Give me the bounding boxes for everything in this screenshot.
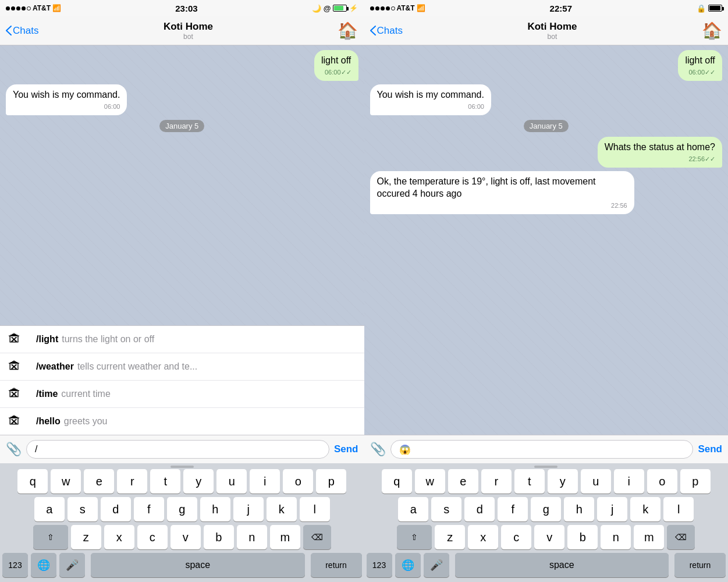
key-o-left[interactable]: o: [283, 469, 313, 494]
key-space-right[interactable]: space: [455, 553, 669, 577]
key-123-left[interactable]: 123: [2, 553, 28, 577]
date-label-r: January 5: [524, 120, 569, 132]
key-mic-left[interactable]: 🎤: [59, 553, 85, 577]
key-r-right[interactable]: r: [481, 469, 512, 494]
key-mic-right[interactable]: 🎤: [424, 553, 449, 577]
command-time[interactable]: 🏚 /time current time: [0, 381, 364, 408]
key-shift-left[interactable]: ⇧: [33, 525, 68, 549]
key-c-right[interactable]: c: [501, 525, 531, 549]
kb-bottom-row-right: 123 🌐 🎤 space return: [364, 553, 729, 582]
key-j-left[interactable]: j: [233, 497, 264, 521]
msg-time-1: 06:00: [325, 68, 341, 76]
key-a-right[interactable]: a: [398, 497, 428, 521]
key-p-left[interactable]: p: [316, 469, 346, 494]
key-d-left[interactable]: d: [101, 497, 131, 521]
key-e-left[interactable]: e: [84, 469, 114, 494]
key-x-left[interactable]: x: [104, 525, 134, 549]
key-k-left[interactable]: k: [267, 497, 297, 521]
key-p-right[interactable]: p: [680, 469, 711, 494]
key-b-left[interactable]: b: [204, 525, 234, 549]
key-l-right[interactable]: l: [663, 497, 694, 521]
key-q-left[interactable]: q: [17, 469, 48, 494]
key-x-right[interactable]: x: [468, 525, 498, 549]
charging-icon: ⚡: [349, 4, 358, 12]
back-button-right[interactable]: Chats: [370, 25, 403, 37]
key-n-right[interactable]: n: [601, 525, 631, 549]
key-n-left[interactable]: n: [237, 525, 267, 549]
key-return-left[interactable]: return: [311, 553, 362, 577]
key-shift-right[interactable]: ⇧: [397, 525, 432, 549]
key-e-right[interactable]: e: [448, 469, 478, 494]
keyboard-right: q w e r t y u i o p a s d f g h j k l ⇧ …: [364, 463, 729, 582]
key-return-right[interactable]: return: [674, 553, 726, 577]
key-s-left[interactable]: s: [68, 497, 98, 521]
key-123-right[interactable]: 123: [367, 553, 392, 577]
msg-sent-r2: Whats the status at home? 22:56 ✓✓: [370, 137, 723, 168]
key-d-right[interactable]: d: [464, 497, 495, 521]
key-u-right[interactable]: u: [581, 469, 611, 494]
input-bar-right: 📎 Send: [364, 435, 729, 463]
key-v-right[interactable]: v: [534, 525, 564, 549]
time-right: 22:57: [550, 3, 572, 13]
key-space-left[interactable]: space: [91, 553, 305, 577]
key-t-right[interactable]: t: [514, 469, 545, 494]
chat-area-left: light off 06:00 ✓✓ You wish is my comman…: [0, 45, 364, 325]
key-i-right[interactable]: i: [614, 469, 644, 494]
bubble-received-1: You wish is my command. 06:00: [6, 84, 127, 115]
key-z-left[interactable]: z: [71, 525, 101, 549]
key-v-left[interactable]: v: [171, 525, 201, 549]
key-f-right[interactable]: f: [498, 497, 528, 521]
command-desc-weather: tells current weather and te...: [77, 361, 197, 372]
key-w-right[interactable]: w: [415, 469, 445, 494]
key-o-right[interactable]: o: [647, 469, 677, 494]
key-c-left[interactable]: c: [137, 525, 168, 549]
key-globe-right[interactable]: 🌐: [395, 553, 421, 577]
key-delete-right[interactable]: ⌫: [667, 525, 695, 549]
key-w-left[interactable]: w: [51, 469, 81, 494]
key-l-left[interactable]: l: [300, 497, 330, 521]
message-input-right[interactable]: [390, 440, 694, 459]
key-h-right[interactable]: h: [564, 497, 594, 521]
send-button-left[interactable]: Send: [334, 443, 358, 455]
chevron-left-icon-right: [370, 26, 376, 36]
back-button-left[interactable]: Chats: [6, 25, 38, 37]
msg-time-r1: 06:00: [104, 102, 120, 111]
chevron-left-icon: [6, 26, 12, 36]
key-r-left[interactable]: r: [117, 469, 147, 494]
chat-area-right: light off 06:00 ✓✓ You wish is my comman…: [364, 45, 729, 435]
key-t-left[interactable]: t: [150, 469, 180, 494]
battery-icon-left: [333, 5, 347, 12]
key-b-right[interactable]: b: [567, 525, 598, 549]
key-g-left[interactable]: g: [167, 497, 197, 521]
key-u-left[interactable]: u: [216, 469, 247, 494]
attach-button-right[interactable]: 📎: [370, 442, 386, 457]
command-hello[interactable]: 🏚 /hello greets you: [0, 408, 364, 435]
key-f-left[interactable]: f: [134, 497, 164, 521]
key-i-left[interactable]: i: [250, 469, 280, 494]
msg-text-1: light off: [321, 55, 351, 65]
key-m-right[interactable]: m: [634, 525, 664, 549]
bubble-received-r1: You wish is my command. 06:00: [370, 84, 491, 115]
phone-left: AT&T 📶 23:03 🌙 @ ⚡ Chats Koti Home bot 🏠: [0, 0, 364, 582]
command-light[interactable]: 🏚 /light turns the light on or off: [0, 326, 364, 353]
msg-received-1: You wish is my command. 06:00: [6, 84, 358, 115]
key-y-left[interactable]: y: [183, 469, 214, 494]
attach-button-left[interactable]: 📎: [6, 442, 22, 457]
key-z-right[interactable]: z: [435, 525, 465, 549]
message-input-left[interactable]: [26, 440, 329, 459]
key-j-right[interactable]: j: [597, 497, 627, 521]
key-a-left[interactable]: a: [34, 497, 65, 521]
key-g-right[interactable]: g: [531, 497, 561, 521]
key-y-right[interactable]: y: [548, 469, 578, 494]
key-globe-left[interactable]: 🌐: [31, 553, 56, 577]
key-delete-left[interactable]: ⌫: [303, 525, 331, 549]
command-weather[interactable]: 🏚 /weather tells current weather and te.…: [0, 353, 364, 381]
msg-time-rr1: 06:00: [468, 102, 484, 111]
key-q-right[interactable]: q: [382, 469, 412, 494]
key-m-left[interactable]: m: [270, 525, 300, 549]
key-k-right[interactable]: k: [630, 497, 660, 521]
msg-received-r2: Ok, the temperature is 19°, light is off…: [370, 171, 723, 214]
key-h-left[interactable]: h: [200, 497, 230, 521]
send-button-right[interactable]: Send: [698, 443, 722, 455]
key-s-right[interactable]: s: [431, 497, 461, 521]
